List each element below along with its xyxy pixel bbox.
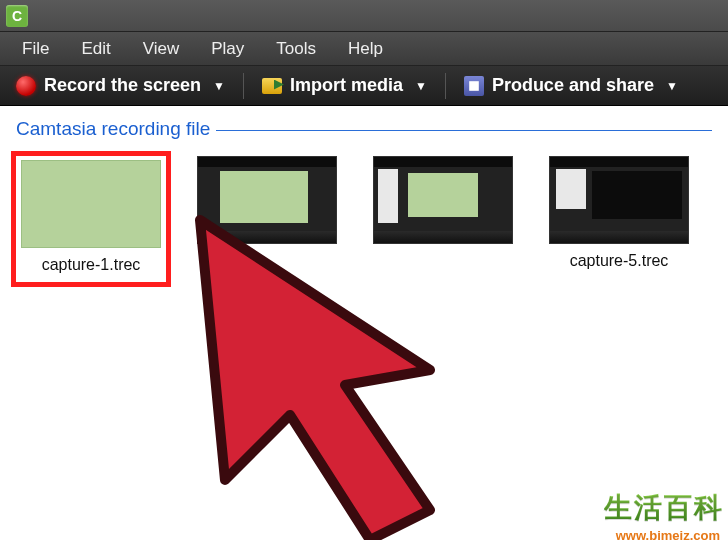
watermark-url: www.bimeiz.com (604, 527, 724, 544)
file-thumbnail (21, 160, 161, 248)
toolbar: Record the screen ▼ Import media ▼ Produ… (0, 66, 728, 106)
menu-edit[interactable]: Edit (67, 35, 124, 63)
file-item[interactable] (368, 156, 518, 282)
separator (445, 73, 446, 99)
import-media-button[interactable]: Import media ▼ (256, 71, 433, 100)
menu-view[interactable]: View (129, 35, 194, 63)
menu-help[interactable]: Help (334, 35, 397, 63)
chevron-down-icon: ▼ (666, 79, 678, 93)
titlebar: C (0, 0, 728, 32)
file-label: capture-1.trec (42, 256, 141, 274)
file-grid: capture-1.trec (16, 156, 712, 282)
separator (243, 73, 244, 99)
file-label: capture-5.trec (570, 252, 669, 270)
chevron-down-icon: ▼ (213, 79, 225, 93)
watermark: 生活百科 www.bimeiz.com (604, 489, 724, 544)
file-thumbnail (373, 156, 513, 244)
chevron-down-icon: ▼ (415, 79, 427, 93)
file-item[interactable]: capture-5.trec (544, 156, 694, 282)
section-title: Camtasia recording file (16, 118, 216, 140)
file-thumbnail (197, 156, 337, 244)
produce-icon (464, 76, 484, 96)
content-area: Camtasia recording file capture-1.trec (0, 106, 728, 282)
watermark-text: 生活百科 (604, 489, 724, 527)
folder-icon (262, 78, 282, 94)
record-label: Record the screen (44, 75, 201, 96)
produce-label: Produce and share (492, 75, 654, 96)
menubar: File Edit View Play Tools Help (0, 32, 728, 66)
record-screen-button[interactable]: Record the screen ▼ (10, 71, 231, 100)
menu-play[interactable]: Play (197, 35, 258, 63)
file-item[interactable]: capture-1.trec (16, 156, 166, 282)
produce-share-button[interactable]: Produce and share ▼ (458, 71, 684, 100)
record-icon (16, 76, 36, 96)
svg-rect-0 (469, 81, 479, 91)
file-thumbnail (549, 156, 689, 244)
import-label: Import media (290, 75, 403, 96)
app-icon: C (6, 5, 28, 27)
file-item[interactable] (192, 156, 342, 282)
menu-tools[interactable]: Tools (262, 35, 330, 63)
menu-file[interactable]: File (8, 35, 63, 63)
